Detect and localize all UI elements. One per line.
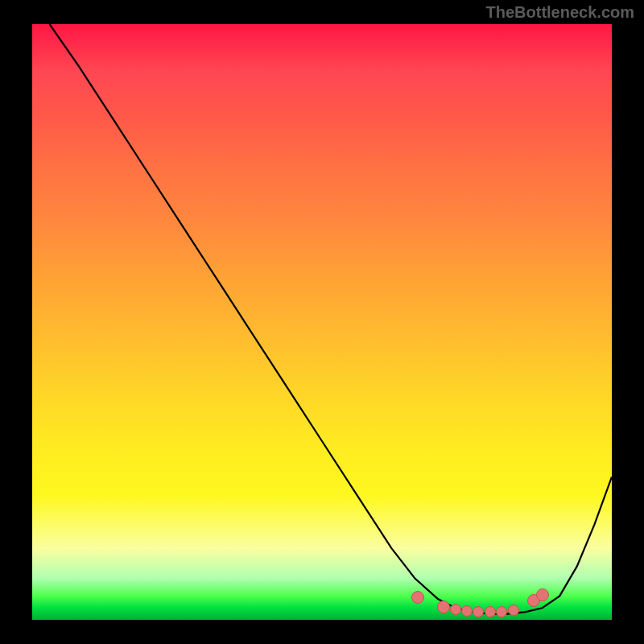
watermark-text: TheBottleneck.com: [486, 3, 634, 22]
optimal-marker: [536, 588, 549, 601]
optimal-marker: [450, 604, 461, 615]
markers-layer: [32, 24, 612, 620]
optimal-marker: [411, 591, 424, 604]
optimal-marker: [473, 606, 484, 617]
chart-plot-area: [32, 24, 612, 620]
optimal-marker: [508, 605, 519, 616]
optimal-marker: [461, 605, 473, 617]
optimal-marker: [485, 606, 496, 617]
optimal-marker: [496, 606, 507, 617]
optimal-marker: [437, 601, 450, 613]
